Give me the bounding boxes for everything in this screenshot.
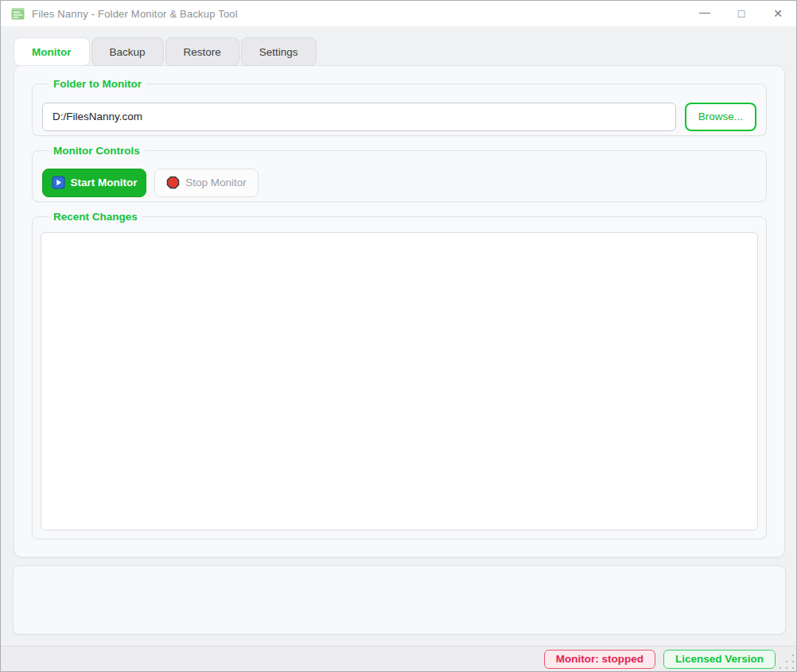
log-panel [13,565,786,635]
start-monitor-label: Start Monitor [71,177,138,188]
window-controls: — □ ✕ [686,1,796,26]
tab-monitor[interactable]: Monitor [14,37,90,66]
minimize-button[interactable]: — [686,1,723,26]
monitor-status-badge: Monitor: stopped [544,650,655,669]
app-window: Files Nanny - Folder Monitor & Backup To… [0,0,797,672]
play-icon [52,176,65,189]
maximize-button[interactable]: □ [723,1,760,26]
start-monitor-button[interactable]: Start Monitor [42,169,146,197]
changes-group-label: Recent Changes [49,209,142,224]
browse-button[interactable]: Browse... [685,103,756,131]
folder-to-monitor-group: Folder to Monitor Browse... [32,84,767,136]
recent-changes-list[interactable] [41,232,758,530]
status-bar: Monitor: stopped Licensed Version [1,646,796,671]
close-icon: ✕ [773,7,783,20]
window-title: Files Nanny - Folder Monitor & Backup To… [32,8,238,20]
stop-icon [166,176,180,189]
close-button[interactable]: ✕ [760,1,796,26]
app-icon [11,7,25,20]
maximize-icon: □ [738,7,745,20]
controls-group-label: Monitor Controls [49,143,145,158]
tab-settings[interactable]: Settings [241,37,317,66]
folder-group-label: Folder to Monitor [49,76,146,91]
folder-path-input[interactable] [42,103,676,131]
minimize-icon: — [699,6,710,18]
tab-restore[interactable]: Restore [165,37,239,66]
monitor-tab-panel: Folder to Monitor Browse... Monitor Cont… [14,65,785,557]
monitor-controls-group: Monitor Controls Start Monitor Stop Moni… [32,150,767,202]
tab-backup[interactable]: Backup [91,37,164,66]
stop-monitor-label: Stop Monitor [185,177,247,188]
stop-monitor-button[interactable]: Stop Monitor [154,169,259,197]
license-status-badge: Licensed Version [663,650,776,669]
resize-grip[interactable] [786,661,787,662]
recent-changes-group: Recent Changes [32,216,767,539]
title-bar: Files Nanny - Folder Monitor & Backup To… [1,1,796,26]
tab-bar: Monitor Backup Restore Settings [14,37,317,66]
